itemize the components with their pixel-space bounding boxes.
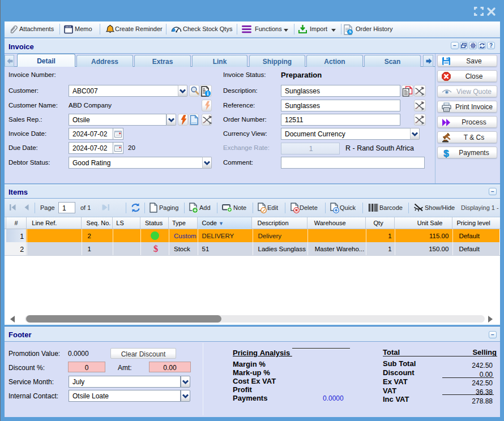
svg-text:$: $ bbox=[443, 148, 449, 158]
